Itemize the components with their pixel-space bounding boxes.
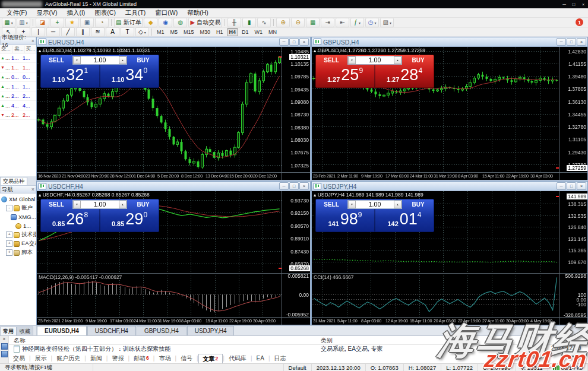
line-chart-button[interactable]: ∿ <box>257 18 271 27</box>
chart-restore-button[interactable]: □ <box>567 182 576 190</box>
market-watch-row[interactable]: ▲...1...1... <box>0 53 36 63</box>
chart-tab-usdjpy-h4[interactable]: USDJPY,H4 <box>187 326 235 335</box>
chart-tab-eurusd-h4[interactable]: EURUSD,H4 <box>37 326 87 335</box>
chart-close-button[interactable]: × <box>299 38 309 46</box>
sell-button[interactable]: SELL <box>316 201 347 208</box>
chart-close-button[interactable]: × <box>577 38 586 46</box>
timeframe-m5-button[interactable]: M5 <box>168 28 181 36</box>
data-window-button[interactable]: + <box>50 18 64 27</box>
notifications-badge[interactable]: 1 <box>576 18 583 26</box>
market-watch-row[interactable]: ▲...4...4... <box>0 101 36 110</box>
chart-restore-button[interactable]: □ <box>289 38 299 46</box>
chart-close-button[interactable]: × <box>299 182 309 190</box>
market-watch-row[interactable]: ▼...2...2... <box>0 110 36 120</box>
templates-button[interactable]: ▨▾ <box>380 18 394 27</box>
terminal-tab-11[interactable]: 日志 <box>270 354 290 363</box>
terminal-side-icon[interactable] <box>1 343 8 350</box>
lot-decrease-button[interactable]: ▾ <box>348 56 356 64</box>
lot-decrease-button[interactable]: ▾ <box>73 56 81 64</box>
terminal-tab-0[interactable]: 交易 <box>9 354 29 363</box>
timeframe-h4-button[interactable]: H4 <box>227 28 239 36</box>
autotrading-button[interactable]: ▶自动交易 <box>188 18 222 27</box>
terminal-tab-3[interactable]: 新闻 <box>86 354 106 363</box>
sell-button[interactable]: SELL <box>41 57 72 64</box>
buy-button[interactable]: BUY <box>403 57 434 64</box>
lot-decrease-button[interactable]: ▾ <box>73 201 81 208</box>
text-button[interactable]: A <box>106 27 119 37</box>
tree-expander[interactable]: + <box>6 249 12 256</box>
vertical-line-button[interactable]: | <box>31 27 45 37</box>
bar-chart-button[interactable]: ╫ <box>227 18 241 27</box>
tree-expander[interactable]: + <box>6 240 12 247</box>
lot-size-field[interactable]: ▾1.00▴ <box>72 56 127 65</box>
maximize-button[interactable]: □ <box>569 1 578 8</box>
zoom-out-button[interactable]: ⊖ <box>291 18 305 27</box>
article-title[interactable]: 神经网络变得轻松（第四十五部分）：训练状态探索技能 <box>22 345 170 353</box>
terminal-toggle-button[interactable]: ▣ <box>80 18 94 27</box>
menu-item-2[interactable]: 插入(I) <box>62 8 90 17</box>
market-watch-row[interactable]: ▲...1...1... <box>0 82 36 91</box>
text-label-button[interactable]: T <box>121 27 134 37</box>
metaeditor-button[interactable]: ◆ <box>144 18 157 27</box>
sell-button[interactable]: SELL <box>41 201 72 208</box>
timeframe-m15-button[interactable]: M15 <box>181 28 197 36</box>
chart-tab-gbpusd-h4[interactable]: GBPUSD,H4 <box>137 326 186 335</box>
tab-symbols[interactable]: 交易品种 <box>0 177 27 185</box>
fibonacci-button[interactable]: ≋ <box>91 27 105 37</box>
navigator-button[interactable]: ★ <box>65 18 79 27</box>
timeframe-w1-button[interactable]: W1 <box>252 28 265 36</box>
timeframe-mn-button[interactable]: MN <box>266 28 279 36</box>
timeframe-m30-button[interactable]: M30 <box>198 28 213 36</box>
close-icon[interactable]: × <box>2 337 5 342</box>
terminal-tab-8[interactable]: 文章2 <box>198 354 223 363</box>
strategy-tester-button[interactable]: ◔ <box>95 18 109 27</box>
tree-expander[interactable]: + <box>6 232 12 238</box>
menu-item-6[interactable]: 帮助(H) <box>182 8 213 17</box>
lot-increase-button[interactable]: ▴ <box>119 56 127 64</box>
terminal-tab-10[interactable]: EA <box>252 354 268 363</box>
terminal-tab-2[interactable]: 账户历史 <box>52 354 84 363</box>
zoom-in-button[interactable]: ⊕ <box>276 18 290 27</box>
menu-item-5[interactable]: 窗口(W) <box>150 8 182 17</box>
lot-increase-button[interactable]: ▴ <box>394 56 402 64</box>
close-button[interactable]: × <box>578 1 588 8</box>
market-watch-button[interactable]: ◪ <box>36 18 49 27</box>
buy-price[interactable]: 0.85290 <box>100 209 159 232</box>
chart-minimize-button[interactable]: ─ <box>279 38 289 46</box>
buy-price[interactable]: 1.10340 <box>100 65 159 87</box>
navigator-tab-1[interactable]: 收藏 <box>17 326 33 335</box>
menu-item-0[interactable]: 文件(F) <box>2 8 31 17</box>
new-order-button[interactable]: ▤新订单 <box>114 18 143 27</box>
terminal-tab-5[interactable]: 邮箱6 <box>129 354 153 363</box>
tree-expander[interactable]: - <box>6 205 12 211</box>
navigator-tab-0[interactable]: 常用 <box>0 326 17 335</box>
menu-item-3[interactable]: 图表(C) <box>90 8 121 17</box>
nav-node-server[interactable]: XMG... <box>0 213 36 221</box>
lot-increase-button[interactable]: ▴ <box>119 201 127 208</box>
nav-node-globe[interactable]: XM Global <box>0 195 36 204</box>
chart-minimize-button[interactable]: ─ <box>557 182 566 190</box>
timeframe-d1-button[interactable]: D1 <box>239 28 251 36</box>
menu-item-4[interactable]: 工具(T) <box>121 8 150 17</box>
buy-button[interactable]: BUY <box>403 201 434 208</box>
buy-button[interactable]: BUY <box>128 57 159 64</box>
candlestick-chart-button[interactable]: ▮ <box>242 18 256 27</box>
tile-windows-button[interactable]: ▦ <box>306 18 320 27</box>
lot-increase-button[interactable]: ▴ <box>394 201 402 208</box>
community-button[interactable]: ◉ <box>159 18 172 27</box>
chart-close-button[interactable]: × <box>577 182 586 190</box>
sell-price[interactable]: 1.27259 <box>316 65 374 87</box>
lot-decrease-button[interactable]: ▾ <box>348 201 356 208</box>
market-watch-row[interactable]: ▲...0...0... <box>0 72 36 82</box>
indicators-button[interactable]: ƒ▾ <box>350 18 364 27</box>
sell-price[interactable]: 141989 <box>316 209 374 232</box>
timeframe-m1-button[interactable]: M1 <box>154 28 167 36</box>
terminal-tab-1[interactable]: 展示 <box>31 354 51 363</box>
periods-button[interactable]: ◷▾ <box>365 18 379 27</box>
close-icon[interactable]: × <box>31 187 34 192</box>
nav-node-indicators[interactable]: +技术指标 <box>0 230 36 239</box>
nav-node-ea[interactable]: +EA交易 <box>0 239 36 248</box>
trendline-button[interactable]: ╱ <box>61 27 75 37</box>
chart-restore-button[interactable]: □ <box>567 38 576 46</box>
sell-price[interactable]: 1.10321 <box>41 65 99 87</box>
